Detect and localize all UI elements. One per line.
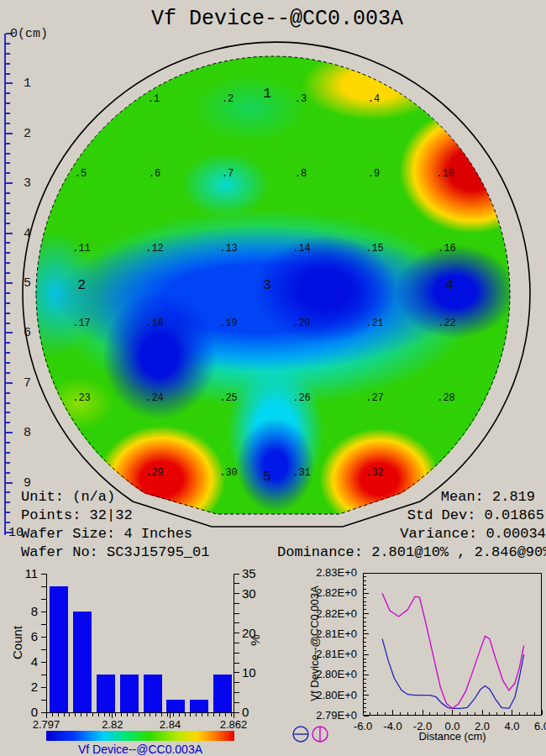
stat-wafer-no: Wafer No: SC3J15795_01 [21, 544, 209, 560]
profile-y-minor-tick [364, 576, 366, 577]
histogram-count-tick [41, 649, 46, 650]
wafer-point-label: .32 [365, 467, 384, 479]
histogram-count-tick-label: 2 [18, 680, 38, 694]
ruler-tick [6, 182, 13, 184]
profile-x-minor-tick [429, 712, 430, 716]
histogram-count-tick [41, 599, 46, 600]
profile-y-minor-tick [364, 707, 366, 708]
profile-y-tick-label: 2.83E+0 [311, 566, 357, 579]
profile-y-tick [364, 675, 369, 675]
histogram-count-tick-label: 0 [18, 705, 38, 719]
histogram-percent-tick [234, 583, 239, 584]
wafer-point-label: .2 [222, 93, 234, 105]
ruler-tick [6, 312, 10, 314]
profile-x-minor-tick [407, 712, 408, 716]
profile-y-minor-tick [364, 659, 366, 659]
histogram-bar [144, 675, 162, 712]
histogram-count-tick [41, 612, 46, 612]
histogram-percent-tick [234, 692, 239, 693]
histogram-percent-tick-label: 0 [242, 705, 249, 719]
ruler-tick [6, 332, 13, 333]
histogram-count-tick [41, 574, 46, 575]
ruler-tick [6, 382, 13, 384]
histogram-left-axis [46, 574, 47, 713]
ruler-tick [6, 53, 10, 55]
profile-y-minor-tick [364, 597, 366, 598]
ruler-tick [6, 522, 10, 523]
ruler-tick [6, 223, 10, 224]
ruler-tick [6, 442, 10, 444]
profile-x-minor-tick [467, 712, 468, 716]
ruler-tick [6, 482, 13, 484]
ruler-tick [6, 123, 10, 124]
profile-y-minor-tick [364, 622, 366, 622]
histogram-percent-tick [234, 702, 239, 703]
histogram-count-tick [41, 700, 46, 701]
ruler-tick [6, 92, 10, 94]
histogram-percent-tick [234, 712, 239, 713]
colorbar-label: Vf Device--@CC0.003A [46, 743, 234, 756]
profile-y-minor-tick [364, 670, 366, 671]
ruler-label: 5 [24, 276, 31, 291]
page-title: Vf Device--@CC0.003A [0, 7, 546, 31]
histogram-bar [213, 675, 232, 712]
ruler-tick [6, 402, 10, 404]
ruler-tick [6, 172, 10, 174]
wafer-point-label: .5 [75, 168, 87, 180]
profile-y-minor-tick [364, 690, 366, 691]
histogram-percent-tick-label: 30 [242, 586, 256, 601]
profile-y-minor-tick [364, 699, 366, 700]
histogram-x-tick-label: 2.797 [33, 718, 60, 731]
ruler-tick [6, 242, 10, 244]
histogram-count-tick [41, 624, 46, 625]
histogram-percent-tick [234, 672, 239, 673]
ruler-tick [6, 262, 10, 264]
histogram-bar [73, 612, 92, 712]
profile-y-tick-label: 2.79E+0 [311, 709, 357, 722]
ruler-tick [6, 102, 10, 104]
profile-x-minor-tick [504, 712, 505, 716]
wafer-zone-label: 2 [77, 277, 86, 293]
histogram-count-tick-label: 8 [18, 604, 38, 618]
horizontal-diameter-profile-line [382, 639, 524, 709]
wafer-point-label: .19 [219, 318, 238, 329]
wafer-point-label: .12 [145, 243, 164, 255]
profile-y-minor-tick [364, 703, 366, 704]
histogram-count-tick [41, 675, 46, 675]
ruler-tick [6, 491, 10, 493]
ruler-tick [6, 192, 10, 194]
profile-lines-svg [363, 573, 543, 717]
histogram-count-tick [41, 662, 46, 663]
histogram-count-tick [41, 586, 46, 587]
ruler-label: 6 [24, 326, 31, 340]
wafer-point-label: .8 [295, 168, 307, 180]
profile-x-tick [482, 710, 483, 715]
ruler-tick [6, 501, 10, 503]
wafer-zone-label: 5 [263, 469, 271, 485]
ruler-label: 4 [24, 226, 31, 240]
histogram-percent-tick [234, 653, 239, 654]
profile-y-axis-title: Vf Device--@CC0.003A [308, 585, 321, 701]
profile-x-minor-tick [385, 712, 386, 716]
ruler-tick [6, 233, 13, 234]
wafer-point-label: .17 [72, 318, 91, 329]
wafer-point-label: .3 [295, 93, 307, 105]
ruler-tick [6, 412, 10, 413]
profile-x-tick [423, 710, 423, 715]
profile-y-tick [364, 633, 369, 634]
profile-x-minor-tick [400, 712, 401, 716]
profile-y-minor-tick [364, 601, 366, 602]
wafer-point-label: .6 [149, 168, 160, 180]
profile-y-minor-tick [364, 650, 366, 651]
profile-x-minor-tick [444, 712, 445, 716]
profile-legend [291, 722, 334, 748]
ruler-label: 7 [24, 375, 31, 390]
profile-x-minor-tick [377, 712, 378, 716]
wafer-zone-label: 4 [445, 277, 454, 293]
ruler-tick [6, 392, 10, 394]
profile-x-tick [512, 710, 512, 715]
wafer-map-report-window: { "title": "Vf Device--@CC0.003A", "rule… [0, 0, 546, 756]
profile-y-minor-tick [364, 666, 366, 667]
wafer-point-label: .15 [365, 243, 384, 255]
profile-y-tick-label: 2.80E+0 [311, 668, 357, 680]
